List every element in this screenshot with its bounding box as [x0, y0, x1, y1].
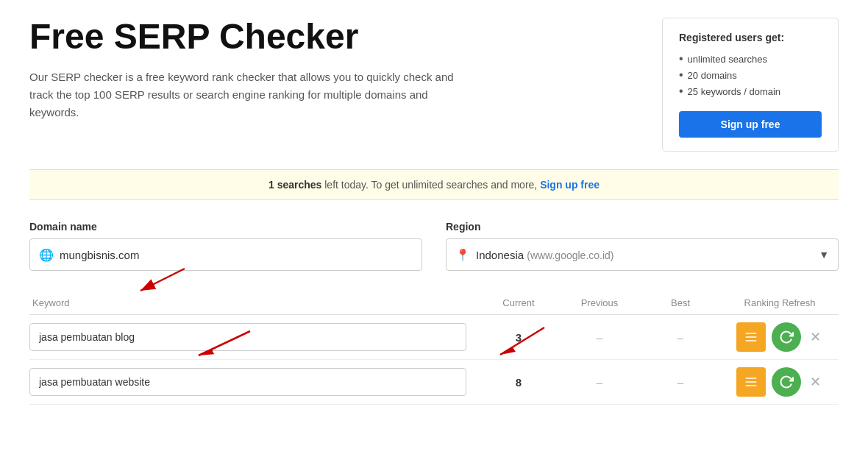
refresh-button-1[interactable] — [772, 322, 801, 352]
notice-bar: 1 searches left today. To get unlimited … — [29, 169, 839, 200]
svg-line-1 — [140, 269, 185, 291]
current-val-2: 8 — [478, 376, 559, 389]
svg-rect-10 — [745, 381, 756, 383]
form-row: Domain name 🌐 Region 📍 — [29, 221, 839, 271]
location-icon: 📍 — [455, 248, 470, 262]
domain-group: Domain name 🌐 — [29, 221, 422, 271]
notice-signup-link[interactable]: Sign up free — [540, 179, 600, 191]
signup-box: Registered users get: unlimited searches… — [662, 18, 839, 152]
svg-rect-9 — [745, 378, 756, 379]
hero-left: Free SERP Checker Our SERP checker is a … — [29, 18, 559, 121]
benefits-list: unlimited searches 20 domains 25 keyword… — [679, 51, 822, 99]
header-best: Best — [640, 297, 721, 308]
previous-val-2: – — [559, 376, 640, 389]
table-row: 8 – – ✕ — [29, 360, 839, 405]
list-button-1[interactable] — [736, 322, 766, 352]
list-button-2[interactable] — [736, 367, 766, 397]
best-val-1: – — [640, 331, 721, 344]
globe-icon: 🌐 — [39, 248, 54, 262]
header-previous: Previous — [559, 297, 640, 308]
keyword-cell-1 — [29, 323, 478, 351]
region-group: Region 📍 Indonesia (www.google.co.id) ▼ — [446, 221, 839, 271]
chevron-down-icon: ▼ — [819, 249, 829, 261]
header-current: Current — [478, 297, 559, 308]
refresh-button-2[interactable] — [772, 367, 801, 397]
best-val-2: – — [640, 376, 721, 389]
svg-rect-8 — [745, 340, 756, 341]
region-select[interactable]: 📍 Indonesia (www.google.co.id) ▼ — [446, 238, 839, 271]
svg-rect-11 — [745, 385, 756, 386]
hero-description: Our SERP checker is a free keyword rank … — [29, 68, 471, 121]
actions-cell-1: ✕ — [721, 322, 839, 352]
list-icon-2 — [744, 375, 758, 389]
page-wrapper: Free SERP Checker Our SERP checker is a … — [0, 0, 868, 434]
keyword-cell-2 — [29, 368, 478, 396]
actions-cell-2: ✕ — [721, 367, 839, 397]
svg-rect-7 — [745, 336, 756, 338]
list-icon — [744, 330, 758, 344]
benefit-item-1: unlimited searches — [679, 51, 822, 67]
notice-middle: left today. To get unlimited searches an… — [324, 179, 537, 191]
domain-label: Domain name — [29, 221, 422, 233]
region-label: Region — [446, 221, 839, 233]
searches-count: 1 searches — [268, 179, 321, 191]
arrow-current-1 — [493, 324, 552, 364]
keyword-input-1[interactable] — [29, 323, 466, 351]
benefit-item-2: 20 domains — [679, 67, 822, 83]
top-section: Free SERP Checker Our SERP checker is a … — [29, 18, 839, 152]
signup-box-title: Registered users get: — [679, 32, 822, 43]
refresh-icon-2 — [779, 375, 794, 389]
refresh-icon — [779, 330, 794, 344]
svg-line-5 — [500, 327, 544, 355]
page-title: Free SERP Checker — [29, 18, 559, 57]
domain-input[interactable] — [60, 249, 413, 261]
benefit-item-3: 25 keywords / domain — [679, 83, 822, 99]
signup-button[interactable]: Sign up free — [679, 111, 822, 138]
keyword-input-2[interactable] — [29, 368, 466, 396]
table-row: 3 – – — [29, 315, 839, 360]
remove-button-2[interactable]: ✕ — [807, 371, 824, 393]
svg-rect-6 — [745, 333, 756, 334]
header-keyword: Keyword — [29, 297, 478, 308]
region-value: Indonesia (www.google.co.id) — [476, 249, 819, 261]
remove-button-1[interactable]: ✕ — [807, 326, 824, 348]
current-val-1: 3 — [478, 331, 559, 344]
table-header: Keyword Current Previous Best Ranking Re… — [29, 291, 839, 315]
domain-input-wrapper: 🌐 — [29, 238, 422, 271]
previous-val-1: – — [559, 331, 640, 344]
header-ranking-refresh: Ranking Refresh — [721, 297, 839, 308]
